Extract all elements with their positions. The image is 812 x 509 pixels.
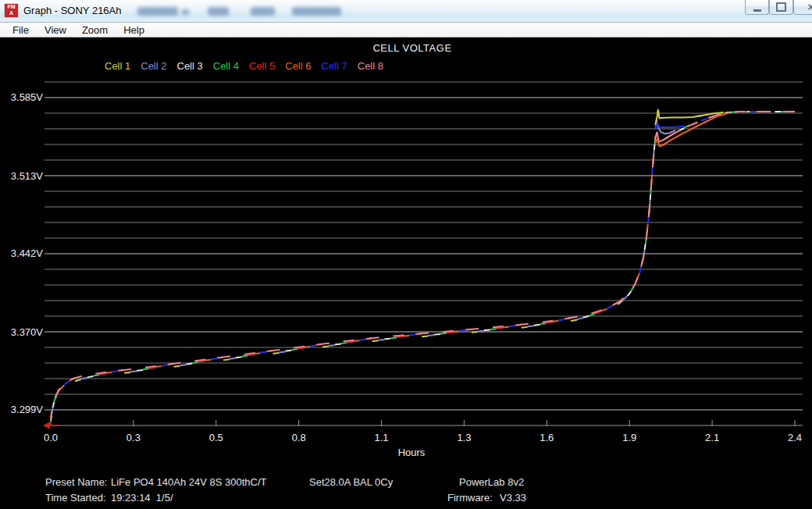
app-icon-text-top: FM xyxy=(5,4,18,10)
device-name: PowerLab 8v2 xyxy=(459,476,524,488)
x-axis-label: 1.1 xyxy=(375,432,389,443)
firmware-value: V3.33 xyxy=(500,492,526,504)
series-cell-8-overlay xyxy=(51,112,795,418)
x-axis-title: Hours xyxy=(398,447,426,458)
series-cell-1 xyxy=(51,110,795,422)
x-axis-label: 0.3 xyxy=(126,432,141,443)
x-axis-label: 0.5 xyxy=(209,432,223,443)
y-axis-label: 3.442V xyxy=(11,247,44,259)
series-cell-3 xyxy=(51,112,795,421)
x-axis-label: 1.9 xyxy=(622,432,636,443)
y-axis-label: 3.299V xyxy=(11,404,44,415)
y-axis-label: 3.585V xyxy=(11,91,44,103)
menu-file[interactable]: File xyxy=(5,23,37,37)
series-cell-5 xyxy=(51,112,795,419)
titlebar-background-blur-blob xyxy=(182,9,189,15)
y-axis-label: 3.370V xyxy=(11,326,44,338)
x-axis-label: 0.8 xyxy=(292,432,306,443)
charge-setting-value: Set28.0A BAL 0Cy xyxy=(309,476,393,488)
menu-bar: File View Zoom Help xyxy=(0,23,812,37)
titlebar-background-blur-blob xyxy=(251,7,275,16)
firmware-label: Firmware: xyxy=(447,492,493,504)
series-cell-4 xyxy=(51,112,795,420)
menu-view[interactable]: View xyxy=(37,23,74,37)
close-icon: × xyxy=(807,1,812,14)
menu-zoom[interactable]: Zoom xyxy=(74,23,116,37)
maximize-button[interactable] xyxy=(769,0,793,15)
minimize-icon xyxy=(753,9,761,12)
x-axis-label: 0.0 xyxy=(44,432,58,443)
minimize-button[interactable] xyxy=(745,0,769,15)
x-axis-label: 2.4 xyxy=(788,432,802,443)
preset-name-label: Preset Name: xyxy=(45,476,107,488)
time-started-label: Time Started: xyxy=(45,492,106,504)
preset-name-value: LiFe PO4 140Ah 24V 8S 300thC/T xyxy=(111,476,266,488)
series-cell-7-knee xyxy=(655,123,685,129)
menu-help[interactable]: Help xyxy=(116,23,152,37)
x-axis-label: 2.1 xyxy=(705,432,719,443)
series-cell-6 xyxy=(51,112,795,419)
titlebar-background-blur-blob xyxy=(137,7,178,16)
window-title: Graph - SONY 216Ah xyxy=(23,5,122,16)
maximize-icon xyxy=(776,2,786,12)
title-bar: FM A Graph - SONY 216Ah × xyxy=(0,0,812,23)
close-button[interactable]: × xyxy=(793,0,812,15)
app-icon-text-bottom: A xyxy=(5,10,18,16)
series-cell-8 xyxy=(51,112,795,418)
axis-start-arrow-icon xyxy=(43,422,50,429)
series-cell-2 xyxy=(51,112,795,421)
x-axis-label: 1.6 xyxy=(540,432,554,443)
x-axis-label: 1.3 xyxy=(457,432,471,443)
series-cell-7 xyxy=(51,112,795,418)
app-icon: FM A xyxy=(5,4,18,17)
voltage-line-chart[interactable]: 3.585V3.513V3.442V3.370V3.299V0.00.30.50… xyxy=(0,37,812,509)
series-cell-8-knee xyxy=(655,130,680,142)
time-started-value: 19:23:14 1/5/ xyxy=(111,492,173,504)
titlebar-background-blur-blob xyxy=(292,7,341,16)
y-axis-label: 3.513V xyxy=(11,170,44,182)
titlebar-background-blur-blob xyxy=(208,7,229,16)
